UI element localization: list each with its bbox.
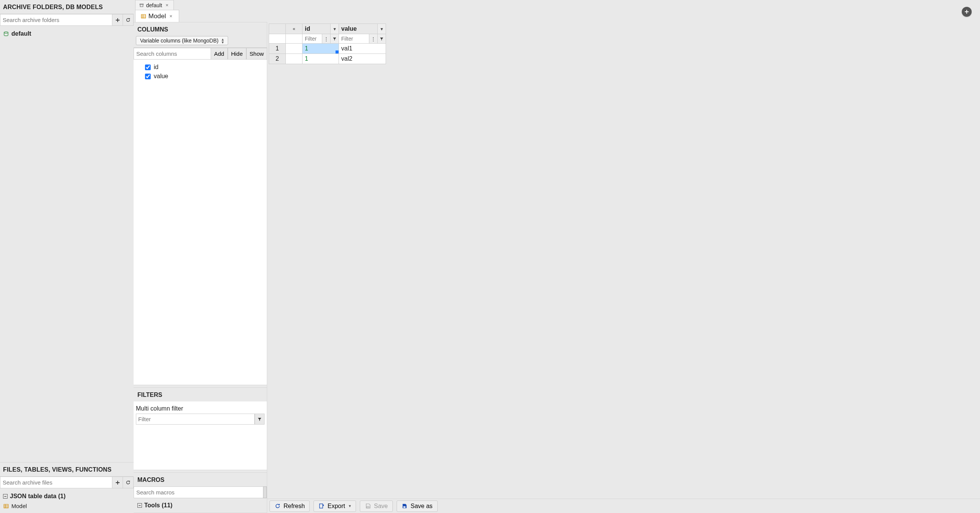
files-add-button[interactable] [112,477,123,488]
save-label: Save [374,503,388,510]
columns-list: id value [134,60,267,385]
grid-corner [269,24,286,34]
column-item-value[interactable]: value [145,72,255,81]
files-search-input[interactable] [0,477,112,488]
macros-header: MACROS [134,473,267,486]
column-menu-value[interactable]: ▾ [377,24,386,34]
archive-add-button[interactable] [112,14,123,25]
filter-input-id[interactable] [302,34,322,43]
svg-rect-6 [367,506,369,508]
save-as-icon [402,503,408,509]
grid-expand-all[interactable]: « [286,24,302,34]
updown-icon: ▴▾ [222,38,224,44]
close-icon[interactable]: × [164,3,170,8]
files-item-model[interactable]: Model [2,501,131,511]
data-grid: « id▾ value▾ ⋮ ⋮ 1 1 val1 [269,24,386,64]
columns-search-input[interactable] [134,48,211,60]
columns-mode-label: Variable columns (like MongoDB) [140,38,219,44]
columns-add-button[interactable]: Add [211,48,228,60]
column-header-value[interactable]: value [339,24,359,34]
column-filter-id[interactable] [330,34,339,43]
export-icon [318,503,325,509]
files-refresh-button[interactable] [123,477,133,488]
archive-search-input[interactable] [0,14,112,25]
bottom-toolbar: Refresh Export ▾ Save Save as [267,499,980,513]
tab-model[interactable]: Model × [135,10,179,22]
columns-hide-button[interactable]: Hide [228,48,246,60]
columns-mode-select[interactable]: Variable columns (like MongoDB) ▴▾ [136,36,228,45]
svg-rect-7 [404,506,406,508]
column-options-value[interactable]: ⋮ [369,34,377,43]
macros-group-label: Tools (11) [144,502,172,509]
filter-input[interactable] [136,414,255,425]
files-group-label: JSON table data (1) [10,493,66,500]
refresh-icon [274,503,280,509]
export-label: Export [328,503,345,510]
filter-apply-button[interactable] [255,414,264,425]
table-icon [3,503,9,509]
save-icon [365,503,371,509]
files-group-json[interactable]: − JSON table data (1) [2,491,131,501]
cell-id[interactable]: 1 [302,54,339,64]
svg-rect-4 [141,14,145,18]
close-icon[interactable]: × [168,14,173,19]
fab-add-button[interactable] [962,7,972,17]
filters-header: FILTERS [134,388,267,402]
table-row[interactable]: 1 1 val1 [269,44,386,54]
export-button[interactable]: Export ▾ [313,500,356,512]
archive-refresh-button[interactable] [123,14,133,25]
columns-show-button[interactable]: Show [246,48,267,60]
column-checkbox[interactable] [145,74,151,79]
row-number: 1 [269,44,285,54]
filter-label: Multi column filter [136,403,264,414]
column-filter-value[interactable] [377,34,386,43]
table-icon [141,14,146,19]
collapse-icon[interactable]: − [3,494,8,499]
save-button[interactable]: Save [360,500,393,512]
scrollbar[interactable] [263,486,267,498]
chevron-down-icon: ▾ [349,503,351,508]
save-as-button[interactable]: Save as [397,500,438,512]
tab-default-label: default [146,2,162,8]
cell-value[interactable]: val1 [339,44,386,54]
collapse-icon[interactable]: − [137,503,142,508]
files-item-label: Model [11,503,27,509]
column-header-id[interactable]: id [302,24,312,34]
tab-default[interactable]: default × [135,0,174,10]
tab-model-label: Model [148,13,166,20]
column-options-id[interactable]: ⋮ [322,34,330,43]
filter-input-value[interactable] [339,34,369,43]
cell-id[interactable]: 1 [302,44,339,54]
save-as-label: Save as [410,503,433,510]
archive-icon [139,3,144,8]
svg-rect-1 [4,504,8,508]
svg-rect-5 [319,504,322,508]
column-item-id[interactable]: id [145,63,255,72]
files-tree: − JSON table data (1) Model [0,489,134,513]
svg-rect-3 [140,5,143,6]
refresh-button[interactable]: Refresh [269,500,310,512]
column-checkbox[interactable] [145,65,151,70]
columns-header: COLUMNS [134,22,267,36]
row-number: 2 [269,54,285,64]
macros-search-input[interactable] [134,486,267,498]
archive-item-label: default [11,30,31,37]
table-row[interactable]: 2 1 val2 [269,54,386,64]
archive-item-default[interactable]: default [2,29,131,39]
refresh-label: Refresh [283,503,305,510]
column-label: value [154,73,168,80]
archive-header: ARCHIVE FOLDERS, DB MODELS [0,0,134,14]
column-menu-id[interactable]: ▾ [330,24,339,34]
column-label: id [154,64,158,71]
macros-group-tools[interactable]: − Tools (11) [137,500,264,510]
database-icon [3,31,9,37]
cell-value[interactable]: val2 [339,54,386,64]
svg-point-0 [4,32,8,33]
archive-tree: default [0,27,134,462]
files-header: FILES, TABLES, VIEWS, FUNCTIONS [0,462,134,476]
